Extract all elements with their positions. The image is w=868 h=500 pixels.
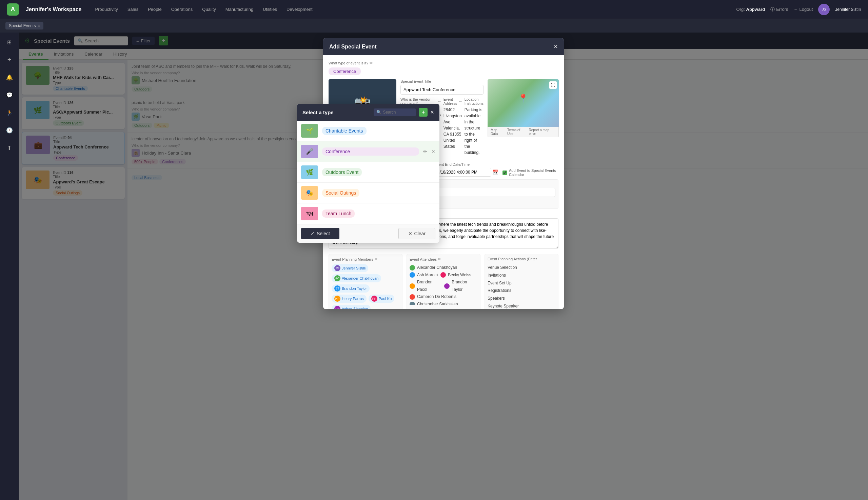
action-item[interactable]: Venue Selection bbox=[487, 264, 555, 272]
member-tag: AC Alexander Chakhoyan bbox=[331, 274, 381, 282]
actions-section: Event Planning Actions (Enter Venue Sele… bbox=[485, 254, 559, 309]
sidebar-icon-run[interactable]: 🏃 bbox=[4, 107, 15, 118]
attendees-section: Event Attendees ✏ Alexander Chakhoyan bbox=[407, 254, 481, 309]
workspace-title: Jennifer's Workspace bbox=[26, 7, 81, 13]
org-label: Org: Appward bbox=[736, 7, 765, 12]
user-name: Jennifer Sistilli bbox=[835, 7, 861, 12]
top-nav: A Jennifer's Workspace Productivity Sale… bbox=[0, 0, 868, 19]
type-edit-icon[interactable]: ✏ bbox=[370, 61, 373, 66]
attendee-item: Cameron De Robertis bbox=[409, 293, 477, 301]
modal-close-button[interactable]: × bbox=[554, 43, 558, 50]
sidebar-icon-grid[interactable]: ⊞ bbox=[4, 37, 15, 47]
type-edit-conference[interactable]: ✏ bbox=[423, 149, 427, 154]
type-item-social[interactable]: 🎭 Social Outings bbox=[297, 183, 439, 203]
selected-type-badge[interactable]: Conference bbox=[329, 67, 361, 75]
nav-manufacturing[interactable]: Manufacturing bbox=[225, 7, 253, 12]
sidebar-icon-clock[interactable]: 🕐 bbox=[4, 125, 15, 136]
nav-operations[interactable]: Operations bbox=[171, 7, 193, 12]
member-tag: BT Brandon Taylor bbox=[331, 284, 370, 293]
member-tag: VS Vahag Sinanian bbox=[331, 305, 371, 309]
member-tag: PK Paul Ko bbox=[369, 295, 395, 303]
type-item-outdoors[interactable]: 🌿 Outdoors Event bbox=[297, 162, 439, 183]
type-label-social: Social Outings bbox=[322, 189, 359, 197]
address-edit-icon[interactable]: ✏ bbox=[459, 99, 462, 104]
member-tag: JS Jennifer Sistilli bbox=[331, 264, 368, 272]
type-selector-title: Select a type bbox=[303, 110, 334, 115]
type-selector-close-button[interactable]: × bbox=[430, 109, 434, 116]
breadcrumb-label: Special Events bbox=[9, 23, 36, 28]
type-thumb-social: 🎭 bbox=[301, 186, 318, 200]
map-expand-icon[interactable]: ⛶ bbox=[549, 81, 557, 89]
type-label-charitable: Charitable Events bbox=[322, 127, 367, 135]
errors-btn[interactable]: ⓘ Errors bbox=[770, 7, 788, 13]
nav-development[interactable]: Development bbox=[286, 7, 313, 12]
attendee-item: Alexander Chakhoyan bbox=[409, 264, 477, 272]
type-add-button[interactable]: + bbox=[419, 108, 428, 117]
type-item-teamlunch[interactable]: 🍽 Team Lunch bbox=[297, 203, 439, 224]
action-item[interactable]: Speakers bbox=[487, 295, 555, 303]
end-date-calendar-icon[interactable]: 📅 bbox=[493, 170, 498, 175]
attendees-edit-icon[interactable]: ✏ bbox=[438, 257, 441, 261]
attendee-item: Brandon Pacol Brandon Taylor bbox=[409, 279, 477, 293]
map-container: 📍 ⛶ Map Data Terms of Use Report a map e… bbox=[487, 79, 559, 158]
attendee-item: Ash Marock Becky Weiss bbox=[409, 272, 477, 279]
breadcrumb-close[interactable]: × bbox=[38, 23, 40, 28]
modal-title: Add Special Event bbox=[329, 44, 377, 50]
type-select-button[interactable]: ✓ Select bbox=[301, 228, 339, 239]
type-label-outdoors: Outdoors Event bbox=[322, 168, 362, 176]
sidebar-icon-add[interactable]: + bbox=[4, 54, 15, 65]
type-item-conference[interactable]: 🎤 Conference ✏ ✕ bbox=[297, 141, 439, 162]
type-thumb-teamlunch: 🍽 bbox=[301, 207, 318, 220]
type-delete-conference[interactable]: ✕ bbox=[431, 149, 435, 154]
type-selector-footer: ✓ Select ✕ Clear bbox=[297, 224, 439, 243]
type-list: 🌱 Charitable Events 🎤 Conference ✏ ✕ 🌿 O… bbox=[297, 121, 439, 224]
breadcrumb-tag: Special Events × bbox=[5, 22, 43, 30]
nav-items: Productivity Sales People Operations Qua… bbox=[95, 7, 729, 12]
type-field-label: What type of event is it? bbox=[329, 61, 368, 65]
end-date-input[interactable] bbox=[434, 168, 491, 177]
avatar[interactable]: JS bbox=[818, 4, 830, 15]
vendor-edit-icon[interactable]: ✏ bbox=[438, 99, 441, 104]
type-label-conference: Conference bbox=[322, 147, 419, 156]
action-item[interactable]: Invitations bbox=[487, 272, 555, 279]
left-sidebar: ⊞ + 🔔 💬 🏃 🕐 ⬆ bbox=[0, 33, 19, 500]
type-clear-button[interactable]: ✕ Clear bbox=[398, 228, 435, 239]
attendee-item: Christopher Sarkissian bbox=[409, 301, 477, 305]
nav-people[interactable]: People bbox=[148, 7, 161, 12]
type-item-charitable[interactable]: 🌱 Charitable Events bbox=[297, 121, 439, 141]
type-search-input[interactable] bbox=[383, 110, 413, 115]
type-selector-search-box[interactable]: 🔍 bbox=[374, 109, 416, 116]
type-selector-modal: Select a type 🔍 + × 🌱 bbox=[297, 104, 439, 243]
type-thumb-charitable: 🌱 bbox=[301, 124, 318, 138]
add-to-calendar-checkbox[interactable] bbox=[503, 171, 507, 175]
action-item[interactable]: Event Set Up bbox=[487, 279, 555, 287]
action-item[interactable]: Keynote Speaker bbox=[487, 303, 555, 309]
type-selector-header: Select a type 🔍 + × bbox=[297, 104, 439, 121]
logo[interactable]: A bbox=[7, 3, 19, 15]
nav-utilities[interactable]: Utilities bbox=[263, 7, 277, 12]
action-item[interactable]: Registrations bbox=[487, 287, 555, 295]
type-thumb-outdoors: 🌿 bbox=[301, 166, 318, 179]
members-edit-icon[interactable]: ✏ bbox=[375, 257, 378, 261]
modal-overlay: Add Special Event × What type of event i… bbox=[19, 33, 868, 500]
sidebar-icon-bell[interactable]: 🔔 bbox=[4, 72, 15, 83]
breadcrumb-bar: Special Events × bbox=[0, 19, 868, 33]
nav-productivity[interactable]: Productivity bbox=[95, 7, 118, 12]
members-section: Event Planning Members ✏ JS Jennifer Sis… bbox=[329, 254, 403, 309]
type-label-teamlunch: Team Lunch bbox=[322, 209, 355, 218]
logout-btn[interactable]: ← Logout bbox=[794, 7, 813, 12]
nav-quality[interactable]: Quality bbox=[202, 7, 216, 12]
sidebar-icon-chat[interactable]: 💬 bbox=[4, 90, 15, 100]
type-thumb-conference: 🎤 bbox=[301, 145, 318, 158]
member-tag: HP Henry Parras bbox=[331, 295, 367, 303]
event-title-input[interactable] bbox=[401, 85, 484, 94]
sidebar-icon-upload[interactable]: ⬆ bbox=[4, 143, 15, 153]
nav-right: Org: Appward ⓘ Errors ← Logout JS Jennif… bbox=[736, 4, 861, 15]
modal-header: Add Special Event × bbox=[323, 38, 564, 55]
nav-sales[interactable]: Sales bbox=[127, 7, 139, 12]
